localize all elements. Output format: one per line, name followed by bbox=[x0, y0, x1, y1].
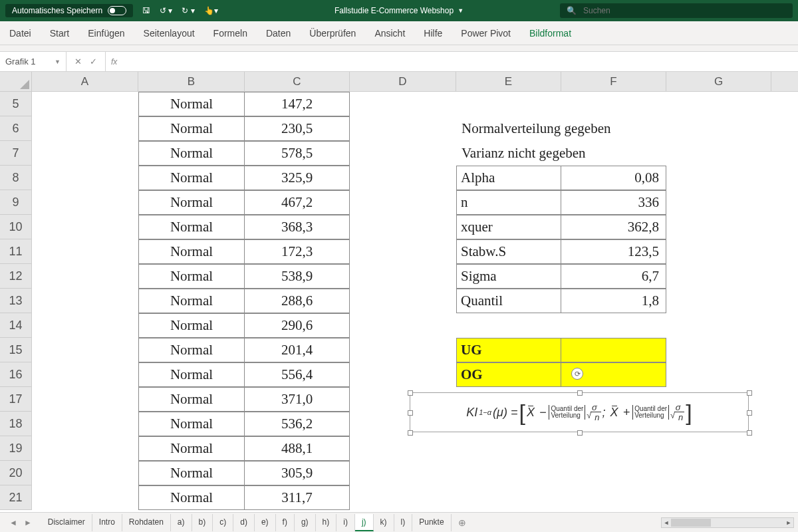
row-header-5[interactable]: 5 bbox=[0, 92, 32, 116]
search-bar[interactable]: 🔍 bbox=[560, 3, 793, 18]
fx-icon[interactable]: fx bbox=[106, 57, 122, 66]
cell-c13[interactable]: 288,6 bbox=[245, 289, 350, 313]
cell-b8[interactable]: Normal bbox=[138, 166, 245, 190]
cell-b5[interactable]: Normal bbox=[138, 92, 245, 116]
row-header-6[interactable]: 6 bbox=[0, 116, 32, 141]
add-sheet-button[interactable]: ⊕ bbox=[452, 517, 473, 528]
cell-b11[interactable]: Normal bbox=[138, 239, 245, 264]
save-icon[interactable]: 🖫 bbox=[142, 6, 150, 15]
cell-b9[interactable]: Normal bbox=[138, 190, 245, 215]
resize-handle[interactable] bbox=[747, 410, 752, 416]
document-title[interactable]: Fallstudie E-Commerce Webshop ▼ bbox=[334, 6, 464, 15]
redo-icon[interactable]: ↻ ▾ bbox=[182, 6, 194, 15]
sheet-tab-punkte[interactable]: Punkte bbox=[412, 514, 451, 531]
cell-c15[interactable]: 201,4 bbox=[245, 338, 350, 362]
row-header-21[interactable]: 21 bbox=[0, 485, 32, 510]
ribbon-tab-ansicht[interactable]: Ansicht bbox=[373, 24, 406, 43]
row-header-7[interactable]: 7 bbox=[0, 141, 32, 166]
ribbon-tab-hilfe[interactable]: Hilfe bbox=[422, 24, 444, 43]
prev-sheet-icon[interactable]: ◄ bbox=[9, 518, 17, 527]
cell-e13[interactable]: Quantil bbox=[456, 289, 561, 313]
cell-f11[interactable]: 123,5 bbox=[561, 239, 666, 264]
touch-icon[interactable]: 👆▾ bbox=[204, 6, 218, 15]
col-header-F[interactable]: F bbox=[561, 72, 666, 91]
col-header-D[interactable]: D bbox=[350, 72, 456, 91]
row-header-9[interactable]: 9 bbox=[0, 190, 32, 215]
cell-c12[interactable]: 538,9 bbox=[245, 264, 350, 289]
ribbon-tab-einfügen[interactable]: Einfügen bbox=[86, 24, 126, 43]
cell-c11[interactable]: 172,3 bbox=[245, 239, 350, 264]
cell-e6[interactable]: Normalverteilung gegeben bbox=[456, 116, 722, 141]
resize-handle[interactable] bbox=[577, 430, 583, 436]
cell-e12[interactable]: Sigma bbox=[456, 264, 561, 289]
row-header-18[interactable]: 18 bbox=[0, 412, 32, 436]
cell-e9[interactable]: n bbox=[456, 190, 561, 215]
row-header-10[interactable]: 10 bbox=[0, 215, 32, 239]
cell-f9[interactable]: 336 bbox=[561, 190, 666, 215]
sheet-tab-a[interactable]: a) bbox=[171, 514, 192, 531]
sheet-tab-j[interactable]: j) bbox=[355, 514, 374, 531]
row-header-19[interactable]: 19 bbox=[0, 436, 32, 461]
resize-handle[interactable] bbox=[408, 390, 413, 396]
scroll-right-icon[interactable]: ► bbox=[784, 518, 793, 527]
cancel-icon[interactable]: ✕ bbox=[74, 57, 82, 66]
undo-icon[interactable]: ↺ ▾ bbox=[160, 6, 172, 15]
cell-f8[interactable]: 0,08 bbox=[561, 166, 666, 190]
cell-e15[interactable]: UG bbox=[456, 338, 561, 362]
cell-e16[interactable]: OG bbox=[456, 362, 561, 387]
sheet-tab-d[interactable]: d) bbox=[233, 514, 255, 531]
resize-handle[interactable] bbox=[747, 390, 752, 396]
cell-c5[interactable]: 147,2 bbox=[245, 92, 350, 116]
sheet-tab-disclaimer[interactable]: Disclaimer bbox=[41, 514, 92, 531]
resize-handle[interactable] bbox=[408, 410, 413, 416]
sheet-tab-f[interactable]: f) bbox=[276, 514, 295, 531]
rotate-handle[interactable]: ⟳ bbox=[571, 368, 583, 380]
next-sheet-icon[interactable]: ► bbox=[24, 518, 32, 527]
cell-b6[interactable]: Normal bbox=[138, 116, 245, 141]
row-header-14[interactable]: 14 bbox=[0, 313, 32, 338]
chevron-down-icon[interactable]: ▼ bbox=[55, 59, 61, 65]
row-header-8[interactable]: 8 bbox=[0, 166, 32, 190]
ribbon-tab-formeln[interactable]: Formeln bbox=[212, 24, 249, 43]
cell-c16[interactable]: 556,4 bbox=[245, 362, 350, 387]
col-header-C[interactable]: C bbox=[245, 72, 350, 91]
cell-b15[interactable]: Normal bbox=[138, 338, 245, 362]
cell-b16[interactable]: Normal bbox=[138, 362, 245, 387]
row-header-15[interactable]: 15 bbox=[0, 338, 32, 362]
cell-f13[interactable]: 1,8 bbox=[561, 289, 666, 313]
cell-c14[interactable]: 290,6 bbox=[245, 313, 350, 338]
cell-c9[interactable]: 467,2 bbox=[245, 190, 350, 215]
ribbon-tab-power pivot[interactable]: Power Pivot bbox=[460, 24, 512, 43]
autosave-toggle[interactable]: Automatisches Speichern bbox=[5, 4, 133, 17]
row-header-11[interactable]: 11 bbox=[0, 239, 32, 264]
row-header-13[interactable]: 13 bbox=[0, 289, 32, 313]
ribbon-tab-seitenlayout[interactable]: Seitenlayout bbox=[142, 24, 196, 43]
select-all-corner[interactable] bbox=[0, 72, 32, 92]
ribbon-tab-datei[interactable]: Datei bbox=[8, 24, 33, 43]
cell-c6[interactable]: 230,5 bbox=[245, 116, 350, 141]
sheet-tab-i[interactable]: i) bbox=[336, 514, 355, 531]
sheet-tab-c[interactable]: c) bbox=[213, 514, 233, 531]
cell-f12[interactable]: 6,7 bbox=[561, 264, 666, 289]
sheet-tab-e[interactable]: e) bbox=[255, 514, 276, 531]
cell-e11[interactable]: Stabw.S bbox=[456, 239, 561, 264]
resize-handle[interactable] bbox=[577, 390, 583, 396]
resize-handle[interactable] bbox=[747, 430, 752, 436]
formula-image[interactable]: KI1−α(μ) = [ X − Quantil derVerteilung σ… bbox=[410, 392, 749, 432]
scroll-left-icon[interactable]: ◄ bbox=[662, 518, 671, 527]
ribbon-tab-daten[interactable]: Daten bbox=[265, 24, 292, 43]
cell-b7[interactable]: Normal bbox=[138, 141, 245, 166]
col-header-A[interactable]: A bbox=[32, 72, 138, 91]
cell-e7[interactable]: Varianz nicht gegeben bbox=[456, 141, 722, 166]
cell-c18[interactable]: 536,2 bbox=[245, 412, 350, 436]
cell-c20[interactable]: 305,9 bbox=[245, 461, 350, 485]
col-header-G[interactable]: G bbox=[666, 72, 771, 91]
sheet-tab-rohdaten[interactable]: Rohdaten bbox=[122, 514, 171, 531]
cell-c7[interactable]: 578,5 bbox=[245, 141, 350, 166]
toggle-switch[interactable] bbox=[108, 6, 126, 15]
cell-f10[interactable]: 362,8 bbox=[561, 215, 666, 239]
cell-b14[interactable]: Normal bbox=[138, 313, 245, 338]
name-box[interactable]: Grafik 1 ▼ bbox=[0, 52, 66, 71]
resize-handle[interactable] bbox=[408, 430, 413, 436]
col-header-E[interactable]: E bbox=[456, 72, 561, 91]
